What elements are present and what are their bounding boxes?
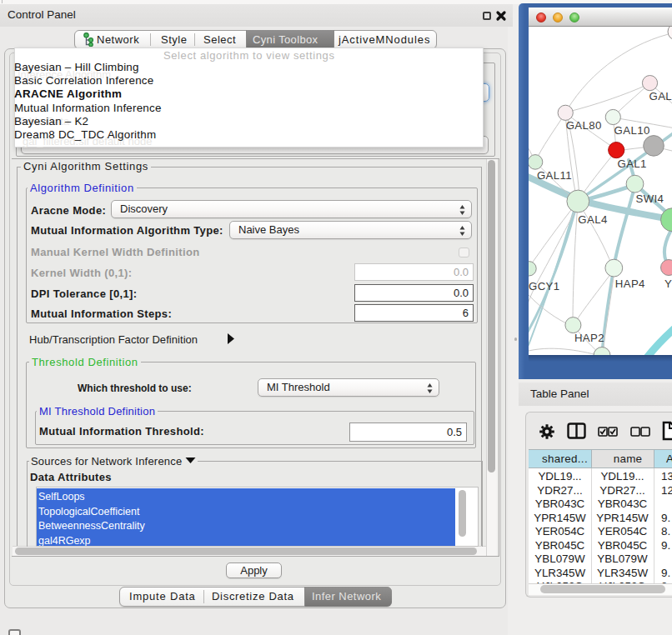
- svg-text:HAP4: HAP4: [615, 278, 645, 290]
- svg-text:GAL80: GAL80: [566, 119, 602, 132]
- svg-text:GAL10: GAL10: [614, 124, 650, 137]
- svg-text:SWI4: SWI4: [636, 192, 664, 205]
- svg-text:GAL4: GAL4: [578, 213, 607, 226]
- svg-text:GAL11: GAL11: [537, 169, 572, 182]
- svg-text:GAL2: GAL2: [649, 90, 672, 102]
- svg-text:HAP2: HAP2: [574, 332, 604, 344]
- svg-text:GCY1: GCY1: [529, 280, 560, 292]
- svg-text:GAL1: GAL1: [618, 158, 647, 170]
- svg-text:YJ: YJ: [664, 278, 672, 290]
